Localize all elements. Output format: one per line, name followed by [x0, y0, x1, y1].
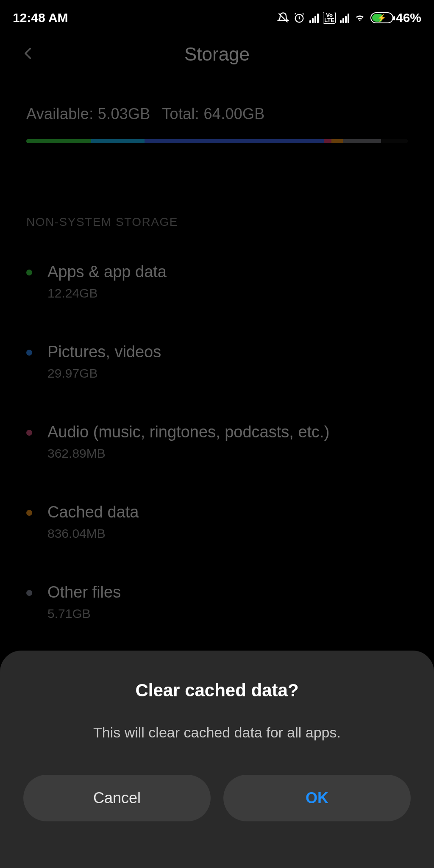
category-color-dot	[26, 270, 32, 275]
signal-icon	[309, 13, 319, 23]
category-size: 12.24GB	[47, 286, 167, 300]
category-title: Apps & app data	[47, 263, 167, 281]
ok-button[interactable]: OK	[223, 775, 411, 821]
clear-cache-dialog: Clear cached data? This will clear cache…	[0, 651, 434, 868]
storage-category-item[interactable]: Audio (music, ringtones, podcasts, etc.)…	[26, 402, 408, 482]
status-icons: VoLTE ⚡ 46%	[277, 11, 421, 25]
storage-summary-text: Available: 5.03GB Total: 64.00GB	[26, 105, 408, 123]
notifications-off-icon	[277, 12, 289, 24]
storage-category-item[interactable]: Pictures, videos29.97GB	[26, 322, 408, 402]
status-time: 12:48 AM	[13, 11, 68, 25]
storage-bar-segment	[331, 139, 343, 143]
storage-category-item[interactable]: Cached data836.04MB	[26, 482, 408, 562]
category-title: Other files	[47, 583, 121, 601]
alarm-icon	[293, 12, 305, 24]
dialog-message: This will clear cached data for all apps…	[23, 724, 411, 741]
storage-category-list: Apps & app data12.24GBPictures, videos29…	[0, 242, 434, 642]
category-size: 362.89MB	[47, 446, 329, 461]
storage-bar-segment	[343, 139, 381, 143]
category-title: Cached data	[47, 503, 139, 521]
category-color-dot	[26, 430, 32, 436]
storage-bar-segment	[91, 139, 145, 143]
back-button[interactable]	[21, 44, 36, 64]
section-header-non-system-storage: NON-SYSTEM STORAGE	[0, 143, 434, 242]
category-title: Pictures, videos	[47, 343, 161, 361]
category-size: 29.97GB	[47, 366, 161, 381]
storage-bar-segment	[324, 139, 331, 143]
category-color-dot	[26, 590, 32, 596]
storage-bar-segment	[26, 139, 91, 143]
wifi-icon	[353, 13, 366, 23]
storage-category-item[interactable]: Apps & app data12.24GB	[26, 242, 408, 322]
storage-bar-segment	[145, 139, 324, 143]
category-size: 836.04MB	[47, 526, 139, 541]
category-title: Audio (music, ringtones, podcasts, etc.)	[47, 423, 329, 441]
status-bar: 12:48 AM VoLTE ⚡ 46%	[0, 0, 434, 29]
storage-bar-segment	[381, 139, 408, 143]
category-color-dot	[26, 510, 32, 516]
storage-summary: Available: 5.03GB Total: 64.00GB	[0, 80, 434, 143]
signal-icon-2	[340, 13, 349, 23]
page-title: Storage	[184, 44, 250, 65]
storage-usage-bar	[26, 139, 408, 143]
storage-category-item[interactable]: Other files5.71GB	[26, 562, 408, 642]
page-header: Storage	[0, 29, 434, 80]
volte-icon: VoLTE	[323, 12, 336, 23]
battery-icon: ⚡	[370, 12, 393, 23]
chevron-left-icon	[21, 44, 36, 63]
dialog-title: Clear cached data?	[23, 680, 411, 701]
category-size: 5.71GB	[47, 606, 121, 621]
category-color-dot	[26, 350, 32, 356]
cancel-button[interactable]: Cancel	[23, 775, 211, 821]
battery-percentage: 46%	[396, 11, 421, 25]
